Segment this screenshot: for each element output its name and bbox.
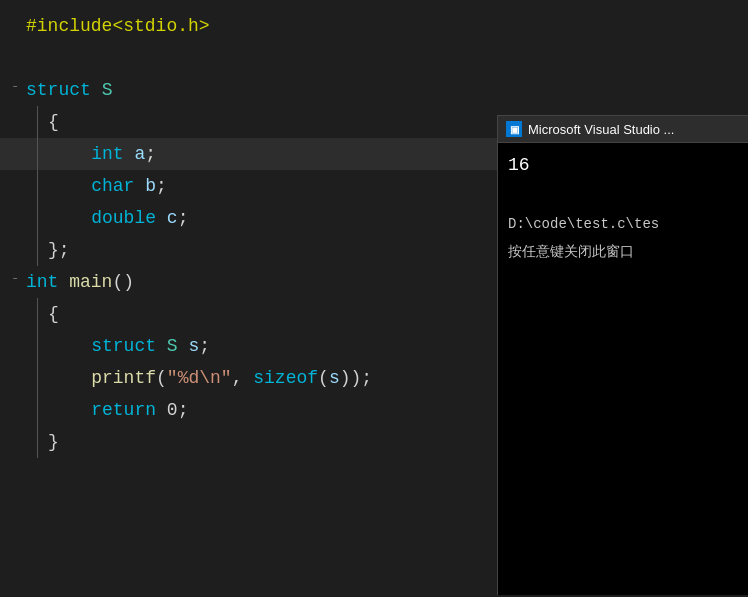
func-sizeof: sizeof [253,362,318,394]
code-line-1: #include<stdio.h> [0,10,748,42]
kw-char: char [91,170,134,202]
popup-result: 16 [508,151,738,180]
var-c: c [167,202,178,234]
string-literal: "%d\n" [167,362,232,394]
var-s: s [188,330,199,362]
code-editor: #include<stdio.h> ⁻ struct S { int a; [0,0,748,597]
kw-int-a: int [91,138,123,170]
semicolon-b: ; [156,170,167,202]
paren-close-printf: )); [340,362,372,394]
popup-blank [508,184,738,210]
vs-icon: ▣ [506,121,522,137]
close-text: 按任意键关闭此窗口 [508,243,634,259]
indent-4 [26,106,48,138]
open-brace-main: { [48,298,59,330]
popup-titlebar: ▣ Microsoft Visual Studio ... [498,116,748,143]
parens-main: () [112,266,134,298]
kw-return: return [91,394,156,426]
indent-5 [26,138,48,170]
indent-10 [26,298,48,330]
line-content-1: #include<stdio.h> [26,10,748,42]
result-number: 16 [508,155,530,175]
popup-path: D:\code\test.c\tes [508,213,738,235]
indent-14 [26,426,48,458]
open-brace-struct: { [48,106,59,138]
vs-popup: ▣ Microsoft Visual Studio ... 16 D:\code… [497,115,748,595]
var-b: b [145,170,156,202]
indent-8 [26,234,48,266]
indent-7 [26,202,48,234]
var-a: a [134,138,145,170]
semicolon-s: ; [199,330,210,362]
popup-body: 16 D:\code\test.c\tes 按任意键关闭此窗口 [498,143,748,595]
line-content-3: struct S [26,74,748,106]
code-line-3: ⁻ struct S [0,74,748,106]
return-val: 0; [167,394,189,426]
collapse-main[interactable]: ⁻ [11,266,18,298]
close-brace-struct: }; [48,234,70,266]
gutter-9: ⁻ [4,266,26,298]
semicolon-c: ; [178,202,189,234]
gutter-3: ⁻ [4,74,26,106]
paren-printf-open: ( [156,362,167,394]
sizeof-arg: s [329,362,340,394]
collapse-struct[interactable]: ⁻ [11,74,18,106]
kw-struct-2: struct [91,330,156,362]
func-printf: printf [91,362,156,394]
popup-close-hint: 按任意键关闭此窗口 [508,240,738,262]
kw-struct: struct [26,74,91,106]
popup-title: Microsoft Visual Studio ... [528,122,674,137]
struct-s-ref: S [167,330,178,362]
semicolon-a: ; [145,138,156,170]
indent-11 [26,330,48,362]
preprocessor-include: #include<stdio.h> [26,10,210,42]
kw-double: double [91,202,156,234]
paren-sizeof: ( [318,362,329,394]
indent-13 [26,394,48,426]
struct-name-s: S [102,74,113,106]
func-main: main [69,266,112,298]
close-brace-main: } [48,426,59,458]
code-line-2 [0,42,748,74]
indent-6 [26,170,48,202]
kw-int-main: int [26,266,58,298]
path-text: D:\code\test.c\tes [508,216,659,232]
indent-12 [26,362,48,394]
comma-printf: , [232,362,254,394]
